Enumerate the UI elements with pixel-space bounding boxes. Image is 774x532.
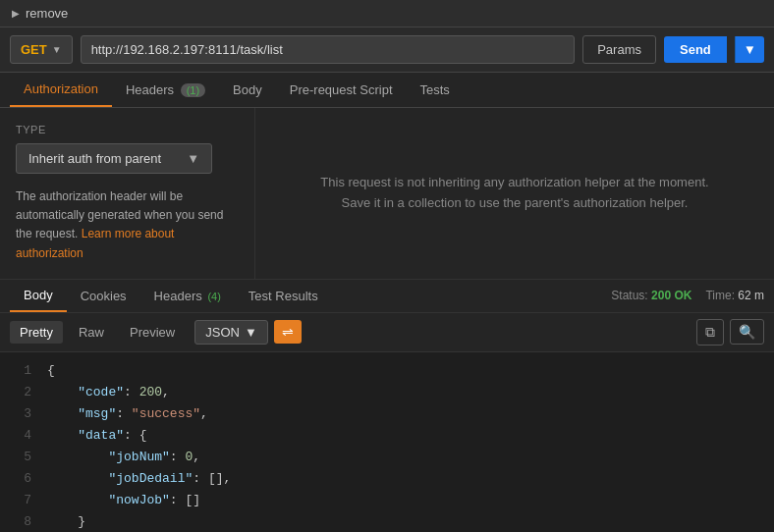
tab-headers[interactable]: Headers (1) [112, 74, 219, 106]
method-button[interactable]: GET ▼ [10, 35, 73, 64]
response-section: Body Cookies Headers (4) Test Results St… [0, 279, 774, 532]
tab-pre-request[interactable]: Pre-request Script [276, 74, 407, 106]
copy-icon: ⧉ [705, 324, 715, 340]
auth-left-panel: TYPE Inherit auth from parent ▼ The auth… [0, 108, 255, 279]
code-line-1: 1 { [16, 360, 758, 382]
tab-tests[interactable]: Tests [407, 74, 464, 106]
tab-authorization[interactable]: Authorization [10, 73, 112, 107]
code-line-3: 3 "msg": "success", [16, 403, 758, 425]
tab-test-results[interactable]: Test Results [235, 281, 332, 311]
tab-response-body[interactable]: Body [10, 280, 67, 312]
body-toolbar: Pretty Raw Preview JSON ▼ ⇌ ⧉ 🔍 [0, 313, 774, 352]
chevron-down-icon: ▼ [245, 325, 257, 340]
remove-bar: ▶ remove [0, 0, 774, 27]
code-line-8: 8 } [16, 511, 758, 532]
response-status: Status: 200 OK Time: 62 m [611, 289, 764, 302]
response-tabs: Body Cookies Headers (4) Test Results St… [0, 280, 774, 313]
format-tab-preview[interactable]: Preview [120, 321, 185, 344]
auth-right-panel: This request is not inheriting any autho… [255, 108, 774, 279]
send-dropdown-button[interactable]: ▼ [735, 36, 764, 63]
auth-description: The authorization header will be automat… [16, 187, 239, 263]
format-tab-raw[interactable]: Raw [69, 321, 114, 344]
url-input[interactable] [81, 35, 576, 64]
format-tab-pretty[interactable]: Pretty [10, 321, 63, 344]
format-select[interactable]: JSON ▼ [194, 320, 268, 345]
chevron-down-icon: ▼ [744, 42, 756, 57]
code-line-6: 6 "jobDedail": [], [16, 468, 758, 490]
code-area: 1 { 2 "code": 200, 3 "msg": "success", 4… [0, 352, 774, 532]
code-line-5: 5 "jobNum": 0, [16, 447, 758, 468]
wrap-icon: ⇌ [282, 324, 294, 340]
url-bar: GET ▼ Params Send ▼ [0, 27, 774, 73]
request-tabs: Authorization Headers (1) Body Pre-reque… [0, 73, 774, 108]
chevron-down-icon: ▼ [187, 151, 199, 166]
remove-label: remove [26, 6, 68, 21]
status-code: 200 OK [651, 289, 691, 302]
chevron-down-icon: ▼ [52, 44, 62, 55]
response-time: 62 m [738, 289, 764, 302]
response-headers-badge: (4) [207, 291, 220, 302]
copy-button[interactable]: ⧉ [696, 319, 724, 346]
headers-badge: (1) [181, 83, 205, 97]
code-line-4: 4 "data": { [16, 425, 758, 447]
search-button[interactable]: 🔍 [730, 319, 764, 345]
auth-content: TYPE Inherit auth from parent ▼ The auth… [0, 108, 774, 279]
auth-notice-text: This request is not inheriting any autho… [308, 173, 721, 214]
send-button[interactable]: Send [664, 36, 727, 63]
tab-body[interactable]: Body [219, 74, 276, 106]
auth-type-label: TYPE [16, 124, 239, 135]
triangle-icon: ▶ [12, 8, 20, 19]
code-line-2: 2 "code": 200, [16, 382, 758, 403]
params-button[interactable]: Params [582, 35, 656, 64]
code-line-7: 7 "nowJob": [] [16, 490, 758, 511]
method-label: GET [21, 42, 47, 57]
search-icon: 🔍 [739, 324, 755, 340]
wrap-button[interactable]: ⇌ [274, 320, 302, 344]
auth-type-select[interactable]: Inherit auth from parent ▼ [16, 143, 212, 174]
tab-cookies[interactable]: Cookies [67, 281, 140, 311]
tab-response-headers[interactable]: Headers (4) [140, 281, 235, 311]
